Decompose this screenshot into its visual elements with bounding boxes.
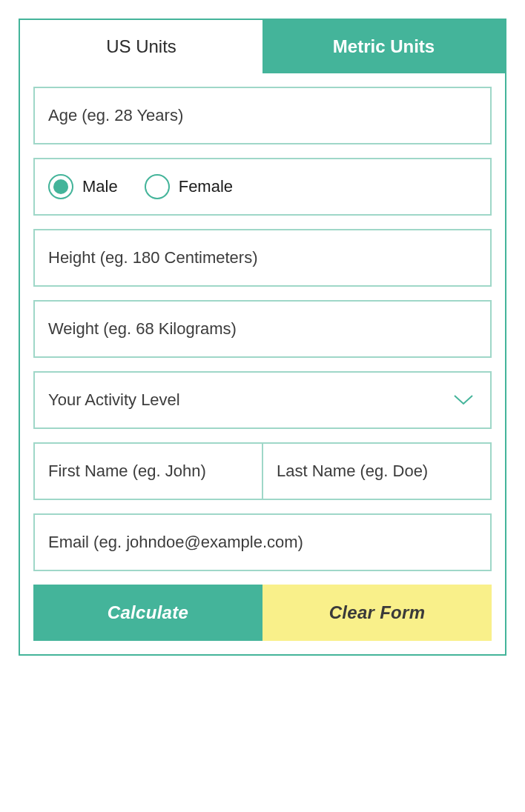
age-input[interactable]	[35, 88, 490, 143]
email-field-wrapper	[33, 513, 492, 571]
radio-dot-icon	[53, 179, 68, 194]
first-name-input[interactable]	[35, 444, 262, 499]
tab-metric-units[interactable]: Metric Units	[262, 20, 505, 73]
last-name-wrapper	[263, 444, 490, 499]
weight-field-wrapper	[33, 300, 492, 358]
clear-form-button[interactable]: Clear Form	[262, 585, 492, 641]
calculator-form: US Units Metric Units Male Female	[19, 19, 506, 656]
last-name-input[interactable]	[263, 444, 490, 499]
form-body: Male Female Your Activity Level	[20, 73, 505, 654]
radio-circle-icon	[48, 174, 73, 199]
email-input[interactable]	[35, 515, 490, 570]
gender-radio-group: Male Female	[33, 158, 492, 216]
weight-input[interactable]	[35, 302, 490, 356]
button-row: Calculate Clear Form	[33, 585, 492, 641]
age-field-wrapper	[33, 87, 492, 144]
tab-us-units[interactable]: US Units	[20, 20, 262, 73]
radio-male-label: Male	[82, 177, 118, 196]
activity-select[interactable]: Your Activity Level	[33, 371, 492, 429]
radio-circle-icon	[145, 174, 170, 199]
first-name-wrapper	[35, 444, 263, 499]
radio-female-label: Female	[179, 177, 233, 196]
radio-female[interactable]: Female	[145, 174, 233, 199]
unit-tabs: US Units Metric Units	[20, 20, 505, 73]
calculate-button[interactable]: Calculate	[33, 585, 262, 641]
radio-male[interactable]: Male	[48, 174, 118, 199]
chevron-down-icon	[453, 394, 474, 406]
height-input[interactable]	[35, 230, 490, 285]
name-row	[33, 442, 492, 500]
height-field-wrapper	[33, 229, 492, 287]
activity-select-label: Your Activity Level	[48, 390, 180, 410]
